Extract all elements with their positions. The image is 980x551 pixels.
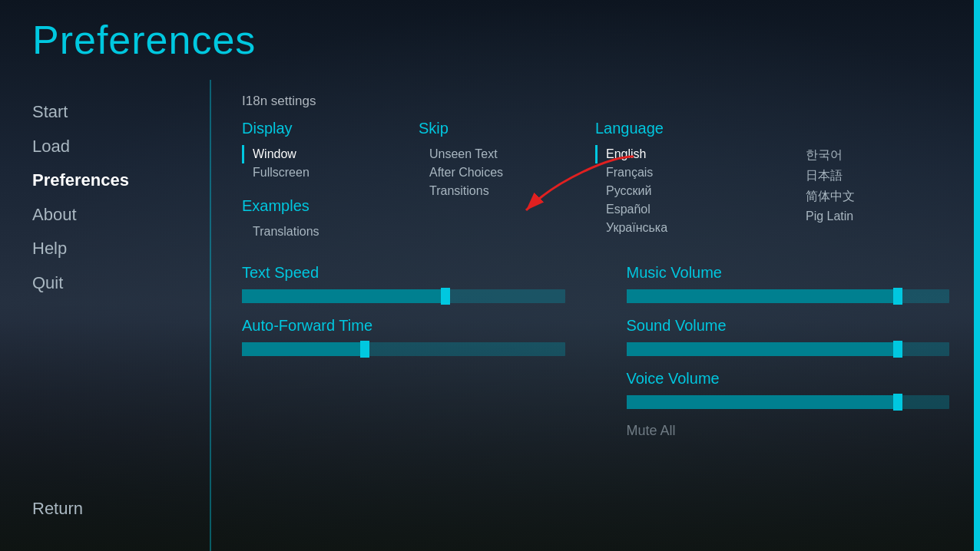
- examples-title: Examples: [242, 197, 403, 215]
- display-window[interactable]: Window: [242, 145, 403, 163]
- voice-volume-fill: [627, 395, 898, 409]
- scrollbar-thumb[interactable]: [974, 0, 980, 551]
- music-volume-track[interactable]: [627, 289, 950, 303]
- return-button[interactable]: Return: [32, 492, 210, 536]
- display-section: Display Window Fullscreen Examples Trans…: [242, 117, 419, 241]
- lang-chinese-simplified[interactable]: 简体中文: [795, 186, 933, 207]
- skip-after-choices[interactable]: After Choices: [419, 163, 580, 182]
- page-title: Preferences: [0, 0, 980, 80]
- sound-volume-fill: [627, 342, 898, 356]
- text-speed-handle[interactable]: [441, 288, 450, 305]
- music-volume-group: Music Volume: [627, 264, 950, 303]
- sound-volume-track[interactable]: [627, 342, 950, 356]
- sidebar-item-about[interactable]: About: [32, 198, 210, 233]
- auto-forward-fill: [242, 342, 365, 356]
- text-speed-track[interactable]: [242, 289, 565, 303]
- language-section: Language English Français Русский Españo…: [595, 117, 795, 241]
- sound-volume-label: Sound Volume: [627, 317, 950, 335]
- lang-english[interactable]: English: [595, 145, 780, 163]
- mute-all-label: Mute All: [627, 423, 950, 439]
- scrollbar[interactable]: [974, 0, 980, 551]
- sidebar-item-start[interactable]: Start: [32, 95, 210, 130]
- auto-forward-handle[interactable]: [360, 341, 369, 358]
- skip-title: Skip: [419, 120, 580, 137]
- sound-volume-group: Sound Volume: [627, 317, 950, 356]
- music-volume-label: Music Volume: [627, 264, 950, 282]
- auto-forward-label: Auto-Forward Time: [242, 317, 565, 335]
- lang-russian[interactable]: Русский: [595, 182, 780, 200]
- lang-japanese[interactable]: 日本語: [795, 166, 933, 186]
- lang-espanol[interactable]: Español: [595, 200, 780, 219]
- language-title: Language: [595, 120, 780, 137]
- lang-pig-latin[interactable]: Pig Latin: [795, 207, 933, 226]
- sound-volume-handle[interactable]: [893, 341, 902, 358]
- text-speed-group: Text Speed: [242, 264, 565, 303]
- lang-ukrainian[interactable]: Українська: [595, 219, 780, 237]
- sidebar: Start Load Preferences About Help Quit R…: [0, 80, 211, 551]
- music-volume-handle[interactable]: [893, 288, 902, 305]
- skip-transitions[interactable]: Transitions: [419, 182, 580, 200]
- i18n-settings-label: I18n settings: [242, 80, 949, 117]
- sidebar-item-quit[interactable]: Quit: [32, 266, 210, 301]
- text-speed-fill: [242, 289, 445, 303]
- voice-volume-handle[interactable]: [893, 394, 902, 411]
- voice-volume-label: Voice Volume: [627, 370, 950, 388]
- auto-forward-track[interactable]: [242, 342, 565, 356]
- music-volume-fill: [627, 289, 898, 303]
- language-section-2: Language 한국어 日本語 简体中文 Pig Latin: [795, 117, 949, 241]
- display-fullscreen[interactable]: Fullscreen: [242, 163, 403, 182]
- voice-volume-group: Voice Volume: [627, 370, 950, 409]
- lang-francais[interactable]: Français: [595, 163, 780, 182]
- sliders-section: Text Speed Auto-Forward Time: [242, 264, 949, 439]
- settings-grid: Display Window Fullscreen Examples Trans…: [242, 117, 949, 241]
- text-speed-label: Text Speed: [242, 264, 565, 282]
- sidebar-item-preferences[interactable]: Preferences: [32, 163, 210, 198]
- sidebar-item-help[interactable]: Help: [32, 232, 210, 266]
- voice-volume-track[interactable]: [627, 395, 950, 409]
- sliders-left: Text Speed Auto-Forward Time: [242, 264, 565, 439]
- sidebar-item-load[interactable]: Load: [32, 130, 210, 164]
- lang-korean[interactable]: 한국어: [795, 145, 933, 166]
- examples-translations[interactable]: Translations: [242, 223, 403, 241]
- auto-forward-group: Auto-Forward Time: [242, 317, 565, 356]
- content-area: I18n settings Display Window Fullscreen …: [211, 80, 980, 551]
- skip-unseen-text[interactable]: Unseen Text: [419, 145, 580, 163]
- skip-section: Skip Unseen Text After Choices Transitio…: [419, 117, 595, 241]
- display-title: Display: [242, 120, 403, 137]
- sliders-right: Music Volume Sound Volume: [627, 264, 950, 439]
